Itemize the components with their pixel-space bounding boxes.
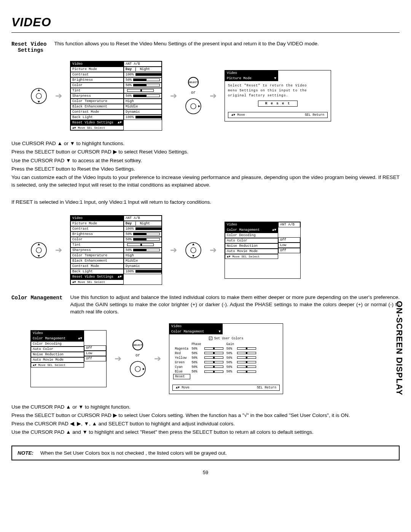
return-hint: SEL Return <box>257 386 276 390</box>
note-label: NOTE: <box>18 450 33 456</box>
move-hint: ▲▼ Move <box>231 113 245 117</box>
arrow-icon: ➔ <box>167 91 180 101</box>
video-menu-osd: VideoPicture ModeContrastBrightnessColor… <box>70 61 162 131</box>
svg-marker-3 <box>38 101 40 103</box>
note-text: When the Set User Colors box is not chec… <box>40 450 227 456</box>
set-user-colors-check[interactable]: ✓ Set User Colors <box>173 337 279 340</box>
arrow-icon: ➔ <box>167 245 180 255</box>
arrow-icon: ➔ <box>206 91 220 101</box>
reset-softkey[interactable]: R e s e t <box>258 101 298 107</box>
title-rule <box>11 32 400 33</box>
reset-dialog-osd: Video Picture Mode▼ Select "Reset" to re… <box>225 70 331 121</box>
or-label: or <box>135 353 140 358</box>
svg-marker-13 <box>192 243 194 245</box>
dpad-right-icon <box>129 361 146 377</box>
color-mgmt-menu-osd-2: VideoColor Management▲▼Color DecodingAut… <box>30 330 107 387</box>
svg-marker-9 <box>38 243 40 245</box>
reset-msg-line: menu Settings on this input to the <box>228 88 328 93</box>
reset-msg-line: Select "Reset" to return the Video <box>228 83 328 88</box>
svg-marker-17 <box>143 368 145 370</box>
note-box: NOTE: When the Set User Colors box is no… <box>11 446 400 460</box>
cm-sub-row: Color Management▼ <box>169 329 223 334</box>
color-management-desc: Use this function to adjust and balance … <box>70 294 400 316</box>
dpad-icon <box>30 242 47 259</box>
osd-header: Video <box>169 324 223 329</box>
return-hint: SEL Return <box>305 113 324 117</box>
svg-point-12 <box>191 248 196 253</box>
reset-msg-line: original factory settings. <box>228 93 328 98</box>
arrow-icon: ➔ <box>206 245 220 255</box>
side-tab: ON-SCREEN DISPLAY <box>394 301 404 395</box>
color-management-label: Color Management <box>11 294 62 301</box>
video-menu-osd-2: VideoPicture ModeContrastBrightnessColor… <box>70 215 162 285</box>
reset-video-desc: This function allows you to Reset the Vi… <box>54 40 400 48</box>
select-button-icon: SELECT <box>188 77 199 88</box>
svg-point-5 <box>191 104 196 109</box>
dpad-right-icon <box>185 98 202 115</box>
arrow-icon: ➔ <box>151 354 164 364</box>
move-hint: ▲▼ Move <box>176 386 190 390</box>
color-mgmt-detail-osd: Video Color Management▼ ✓ Set User Color… <box>169 323 283 394</box>
osd-header: Video <box>225 70 278 76</box>
arrow-icon: ➔ <box>52 91 65 101</box>
svg-point-16 <box>135 366 140 372</box>
arrow-icon: ➔ <box>111 354 125 364</box>
instructions-block-1: Use CURSOR PAD ▲ or ▼ to highlight funct… <box>11 140 400 206</box>
svg-marker-10 <box>38 255 40 257</box>
svg-marker-14 <box>192 255 194 257</box>
svg-point-1 <box>36 93 41 99</box>
color-mgmt-menu-osd: VideoColor Management▲▼Color DecodingAut… <box>225 222 301 279</box>
select-button-icon: SELECT <box>132 340 143 350</box>
arrow-icon: ➔ <box>52 245 65 255</box>
picture-mode-row: Picture Mode▼ <box>225 76 278 81</box>
page-title: VIDEO <box>11 15 400 29</box>
dpad-icon <box>30 88 47 104</box>
reset-video-settings-label: Reset Video Settings <box>11 40 46 53</box>
page-number: 59 <box>11 470 400 475</box>
instructions-block-2: Use the CURSOR PAD ▲ or ▼ to highlight f… <box>11 403 400 436</box>
svg-point-8 <box>36 248 41 253</box>
or-label: or <box>191 91 196 95</box>
svg-marker-2 <box>38 89 40 91</box>
svg-marker-6 <box>198 105 200 107</box>
dpad-icon <box>185 242 202 259</box>
